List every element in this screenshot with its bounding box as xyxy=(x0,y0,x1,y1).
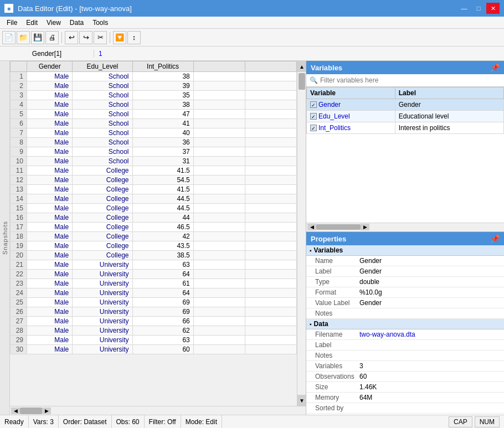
cell-gender-28[interactable]: Male xyxy=(27,326,73,336)
cap-button[interactable]: CAP xyxy=(449,416,472,427)
menu-file[interactable]: File xyxy=(2,18,22,28)
cell-gender-4[interactable]: Male xyxy=(27,100,73,110)
cell-int-19[interactable]: 43.5 xyxy=(132,241,193,251)
grid-main[interactable]: Gender Edu_Level Int_Politics 1 Male Sch… xyxy=(10,61,297,406)
cell-int-13[interactable]: 41.5 xyxy=(132,185,193,194)
cell-gender-2[interactable]: Male xyxy=(27,81,73,91)
var-check-Int_Politics[interactable]: ✓ xyxy=(310,125,317,131)
cell-gender-27[interactable]: Male xyxy=(27,317,73,326)
cell-edu-19[interactable]: College xyxy=(73,241,132,251)
cell-int-12[interactable]: 54.5 xyxy=(132,176,193,185)
menu-edit[interactable]: Edit xyxy=(22,18,42,28)
menu-tools[interactable]: Tools xyxy=(88,18,112,28)
cell-int-23[interactable]: 61 xyxy=(132,279,193,288)
cell-edu-30[interactable]: University xyxy=(73,345,132,354)
var-row-name-Int_Politics[interactable]: ✓ Int_Politics xyxy=(307,122,395,134)
cell-gender-16[interactable]: Male xyxy=(27,213,73,223)
minimize-button[interactable]: — xyxy=(457,3,471,14)
cell-edu-23[interactable]: University xyxy=(73,279,132,288)
cell-int-18[interactable]: 42 xyxy=(132,232,193,241)
cell-edu-29[interactable]: University xyxy=(73,336,132,345)
cell-gender-5[interactable]: Male xyxy=(27,110,73,119)
cell-int-30[interactable]: 60 xyxy=(132,345,193,354)
cell-edu-18[interactable]: College xyxy=(73,232,132,241)
cell-gender-12[interactable]: Male xyxy=(27,176,73,185)
cell-gender-8[interactable]: Male xyxy=(27,138,73,147)
cell-int-17[interactable]: 46.5 xyxy=(132,223,193,232)
cell-edu-6[interactable]: School xyxy=(73,119,132,128)
cell-int-7[interactable]: 40 xyxy=(132,128,193,138)
cell-int-8[interactable]: 36 xyxy=(132,138,193,147)
cell-edu-3[interactable]: School xyxy=(73,91,132,100)
cut-button[interactable]: ✂ xyxy=(94,31,107,44)
cell-int-16[interactable]: 44 xyxy=(132,213,193,223)
cell-gender-17[interactable]: Male xyxy=(27,223,73,232)
cell-edu-24[interactable]: University xyxy=(73,288,132,298)
properties-pin-icon[interactable]: 📌 xyxy=(490,234,500,243)
data-section-header[interactable]: ▪ Data xyxy=(306,319,504,329)
cell-gender-11[interactable]: Male xyxy=(27,166,73,176)
close-button[interactable]: ✕ xyxy=(486,3,500,14)
print-button[interactable]: 🖨 xyxy=(45,31,59,44)
cell-edu-27[interactable]: University xyxy=(73,317,132,326)
cell-int-6[interactable]: 41 xyxy=(132,119,193,128)
open-button[interactable]: 📁 xyxy=(17,31,30,44)
cell-edu-28[interactable]: University xyxy=(73,326,132,336)
cell-edu-26[interactable]: University xyxy=(73,307,132,317)
cell-int-26[interactable]: 69 xyxy=(132,307,193,317)
cell-int-11[interactable]: 41.5 xyxy=(132,166,193,176)
filter-input[interactable] xyxy=(320,76,501,84)
cell-edu-9[interactable]: School xyxy=(73,147,132,157)
cell-gender-10[interactable]: Male xyxy=(27,157,73,166)
col-header-gender[interactable]: Gender xyxy=(27,61,73,72)
cell-gender-14[interactable]: Male xyxy=(27,194,73,204)
cell-int-5[interactable]: 47 xyxy=(132,110,193,119)
cell-gender-30[interactable]: Male xyxy=(27,345,73,354)
cell-int-24[interactable]: 64 xyxy=(132,288,193,298)
cell-gender-29[interactable]: Male xyxy=(27,336,73,345)
cell-int-10[interactable]: 31 xyxy=(132,157,193,166)
cell-edu-1[interactable]: School xyxy=(73,72,132,81)
cell-gender-23[interactable]: Male xyxy=(27,279,73,288)
cell-edu-25[interactable]: University xyxy=(73,298,132,307)
sort-button[interactable]: ↕ xyxy=(127,31,141,44)
var-row-name-Gender[interactable]: ✓ Gender xyxy=(307,99,395,111)
cell-edu-14[interactable]: College xyxy=(73,194,132,204)
cell-int-20[interactable]: 38.5 xyxy=(132,251,193,260)
cell-gender-20[interactable]: Male xyxy=(27,251,73,260)
num-button[interactable]: NUM xyxy=(475,416,500,427)
cell-gender-26[interactable]: Male xyxy=(27,307,73,317)
cell-edu-21[interactable]: University xyxy=(73,260,132,270)
horizontal-scrollbar[interactable]: ◀ ▶ xyxy=(10,406,306,415)
cell-edu-20[interactable]: College xyxy=(73,251,132,260)
cell-int-4[interactable]: 38 xyxy=(132,100,193,110)
cell-gender-3[interactable]: Male xyxy=(27,91,73,100)
cell-gender-24[interactable]: Male xyxy=(27,288,73,298)
var-hscroll[interactable]: ◀ ▶ xyxy=(306,223,504,231)
cell-int-9[interactable]: 37 xyxy=(132,147,193,157)
cell-int-3[interactable]: 35 xyxy=(132,91,193,100)
undo-button[interactable]: ↩ xyxy=(65,31,78,44)
cell-edu-16[interactable]: College xyxy=(73,213,132,223)
cell-edu-11[interactable]: College xyxy=(73,166,132,176)
cell-int-21[interactable]: 63 xyxy=(132,260,193,270)
pin-icon[interactable]: 📌 xyxy=(490,63,500,72)
cell-gender-22[interactable]: Male xyxy=(27,270,73,279)
cell-edu-12[interactable]: College xyxy=(73,176,132,185)
cell-edu-10[interactable]: School xyxy=(73,157,132,166)
maximize-button[interactable]: □ xyxy=(472,3,485,14)
cell-gender-6[interactable]: Male xyxy=(27,119,73,128)
new-button[interactable]: 📄 xyxy=(2,31,16,44)
redo-button[interactable]: ↪ xyxy=(79,31,92,44)
cell-int-28[interactable]: 62 xyxy=(132,326,193,336)
vertical-scrollbar[interactable]: ▲ ▼ xyxy=(297,61,306,406)
cell-int-22[interactable]: 64 xyxy=(132,270,193,279)
cell-gender-21[interactable]: Male xyxy=(27,260,73,270)
cell-gender-7[interactable]: Male xyxy=(27,128,73,138)
cell-edu-13[interactable]: College xyxy=(73,185,132,194)
save-button[interactable]: 💾 xyxy=(31,31,44,44)
filter-button[interactable]: 🔽 xyxy=(113,31,126,44)
cell-gender-13[interactable]: Male xyxy=(27,185,73,194)
cell-gender-25[interactable]: Male xyxy=(27,298,73,307)
cell-edu-4[interactable]: School xyxy=(73,100,132,110)
